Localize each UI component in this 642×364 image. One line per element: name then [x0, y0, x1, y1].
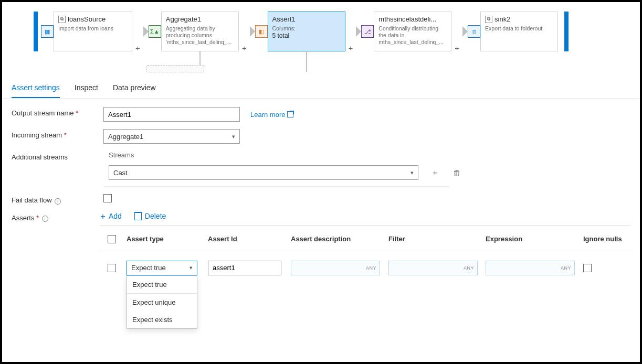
node-title: sink2: [494, 15, 510, 23]
trash-icon: [134, 212, 142, 220]
add-node-button[interactable]: +: [455, 44, 459, 52]
additional-stream-value: Cast: [113, 169, 128, 177]
assert-type-dropdown: Expect true Expect unique Expect exists: [127, 275, 197, 329]
node-title: loansSource: [68, 15, 106, 23]
col-expression: Expression: [486, 235, 583, 243]
add-node-button[interactable]: +: [242, 44, 247, 52]
flow-arrow: [462, 12, 468, 51]
expression-input[interactable]: ANY: [486, 261, 575, 275]
plus-icon: +: [100, 212, 106, 221]
asserts-table: Assert type Assert Id Assert description…: [100, 235, 630, 275]
tab-assert-settings[interactable]: Assert settings: [12, 81, 60, 98]
info-icon[interactable]: i: [42, 216, 48, 222]
incoming-stream-select[interactable]: Aggregate1 ▾: [103, 129, 240, 144]
node-title: Assert1: [272, 15, 296, 23]
node-subtitle: Export data to folderout: [485, 25, 553, 32]
table-header-row: Assert type Assert Id Assert description…: [100, 235, 630, 251]
output-stream-label: Output stream name *: [12, 107, 103, 117]
col-assert-type: Assert type: [127, 235, 208, 243]
add-stream-button[interactable]: ＋: [429, 167, 440, 178]
ignore-nulls-checkbox[interactable]: [583, 264, 592, 272]
chevron-down-icon: ▾: [411, 169, 414, 176]
flow-node-assert[interactable]: Assert1 Columns: 5 total: [268, 12, 345, 51]
node-subtitle: Conditionally distributing the data in m…: [378, 25, 447, 46]
chevron-down-icon: ▾: [232, 133, 235, 140]
filter-input[interactable]: ANY: [388, 261, 478, 275]
node-subtitle: Aggregating data by producing columns 'm…: [166, 25, 234, 46]
flow-node-aggregate[interactable]: Aggregate1 Aggregating data by producing…: [161, 12, 239, 51]
dropdown-option-expect-exists[interactable]: Expect exists: [127, 311, 197, 328]
tab-bar: Assert settings Inspect Data preview: [2, 76, 640, 99]
node-sub-value: 5 total: [272, 32, 290, 39]
add-node-button[interactable]: +: [135, 44, 140, 52]
node-sub-label: Columns:: [272, 25, 341, 32]
incoming-stream-value: Aggregate1: [108, 133, 143, 141]
streams-header: Streams: [109, 151, 630, 159]
chevron-down-icon: ▾: [190, 264, 193, 271]
file-icon: ⧉: [485, 16, 492, 23]
delete-assert-button[interactable]: Delete: [134, 212, 166, 220]
open-external-icon: [287, 111, 293, 117]
assert-type-select[interactable]: Expect true ▾: [127, 261, 197, 275]
canvas-gripper-left[interactable]: [34, 12, 38, 51]
sigma-icon: Σ▲: [149, 25, 161, 38]
assert-id-input[interactable]: [208, 261, 281, 275]
asserts-label: Asserts * i: [12, 212, 100, 222]
col-assert-description: Assert description: [291, 235, 388, 243]
assert-description-input[interactable]: ANY: [291, 261, 380, 275]
col-assert-id: Assert Id: [208, 235, 291, 243]
assert-settings-form: Output stream name * Learn more Incoming…: [2, 99, 640, 275]
additional-streams-label: Additional streams: [12, 151, 103, 161]
add-assert-button[interactable]: +Add: [100, 212, 122, 221]
flow-arrow: [356, 12, 361, 51]
output-stream-input[interactable]: [103, 107, 240, 122]
dataset-icon: ▦: [41, 25, 54, 38]
dropdown-option-expect-unique[interactable]: Expect unique: [127, 294, 197, 311]
col-filter: Filter: [388, 235, 486, 243]
select-all-checkbox[interactable]: [108, 235, 116, 243]
flow-node-loanssource[interactable]: ⧉loansSource Import data from loans: [54, 12, 132, 51]
col-ignore-nulls: Ignore nulls: [583, 235, 630, 243]
flow-arrow: [143, 12, 149, 51]
additional-stream-select[interactable]: Cast ▾: [109, 165, 418, 180]
row-checkbox[interactable]: [108, 264, 116, 272]
delete-stream-button[interactable]: 🗑: [451, 167, 462, 178]
table-row: Expect true ▾ ANY ANY ANY Expect true Ex…: [100, 251, 630, 275]
assert-type-value: Expect true: [131, 264, 166, 272]
flow-canvas[interactable]: ▦ ⧉loansSource Import data from loans + …: [2, 2, 640, 71]
node-title: mthssincelastdeli...: [378, 15, 436, 23]
node-subtitle: Import data from loans: [58, 25, 128, 32]
file-icon: ⧉: [58, 16, 66, 23]
info-icon[interactable]: i: [55, 198, 61, 205]
node-title: Aggregate1: [166, 15, 201, 23]
dropdown-option-expect-true[interactable]: Expect true: [127, 276, 197, 294]
add-node-button[interactable]: +: [349, 44, 353, 52]
tab-inspect[interactable]: Inspect: [75, 81, 98, 98]
split-icon: ⎇: [361, 25, 374, 38]
flow-node-split[interactable]: mthssincelastdeli... Conditionally distr…: [374, 12, 451, 51]
fail-data-flow-label: Fail data flow i: [12, 194, 103, 205]
fail-data-flow-checkbox[interactable]: [103, 194, 112, 202]
flow-arrow: [250, 12, 255, 51]
learn-more-link[interactable]: Learn more: [250, 111, 293, 119]
tab-data-preview[interactable]: Data preview: [113, 81, 156, 98]
flow-node-sink[interactable]: ⧉sink2 Export data to folderout: [480, 12, 558, 51]
assert-icon: ◧: [255, 25, 268, 38]
canvas-gripper-right[interactable]: [564, 12, 569, 51]
ghost-add-node[interactable]: [146, 65, 204, 72]
incoming-stream-label: Incoming stream *: [12, 129, 103, 139]
sink-icon: ⧈: [468, 25, 480, 38]
